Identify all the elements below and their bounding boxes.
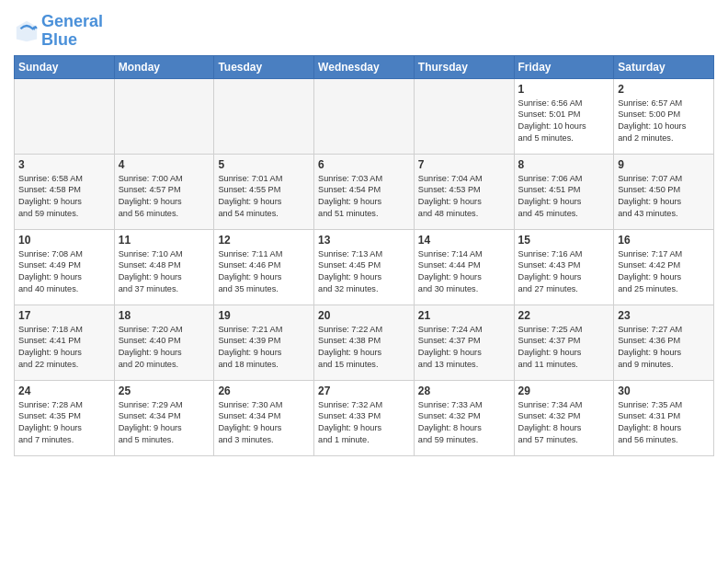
calendar-week-row: 24Sunrise: 7:28 AMSunset: 4:35 PMDayligh… xyxy=(15,380,714,455)
calendar-cell: 20Sunrise: 7:22 AMSunset: 4:38 PMDayligh… xyxy=(314,304,415,380)
day-info: Sunrise: 7:03 AMSunset: 4:54 PMDaylight:… xyxy=(318,173,410,221)
day-info: Sunrise: 7:20 AMSunset: 4:40 PMDaylight:… xyxy=(119,324,210,372)
weekday-header: Thursday xyxy=(414,55,514,78)
calendar-cell: 13Sunrise: 7:13 AMSunset: 4:45 PMDayligh… xyxy=(314,229,415,304)
weekday-header: Wednesday xyxy=(314,55,415,78)
calendar-cell: 11Sunrise: 7:10 AMSunset: 4:48 PMDayligh… xyxy=(114,229,214,304)
weekday-header: Saturday xyxy=(614,55,714,78)
day-number: 29 xyxy=(518,385,610,397)
calendar-cell: 27Sunrise: 7:32 AMSunset: 4:33 PMDayligh… xyxy=(314,380,415,455)
calendar-cell xyxy=(214,78,314,154)
day-number: 16 xyxy=(618,234,710,247)
day-number: 15 xyxy=(518,234,610,247)
calendar-cell: 28Sunrise: 7:33 AMSunset: 4:32 PMDayligh… xyxy=(414,380,514,455)
calendar-cell: 3Sunrise: 6:58 AMSunset: 4:58 PMDaylight… xyxy=(15,154,115,229)
day-info: Sunrise: 7:32 AMSunset: 4:33 PMDaylight:… xyxy=(318,399,410,447)
day-info: Sunrise: 7:06 AMSunset: 4:51 PMDaylight:… xyxy=(518,173,610,221)
day-info: Sunrise: 7:33 AMSunset: 4:32 PMDaylight:… xyxy=(418,399,510,447)
calendar-cell: 5Sunrise: 7:01 AMSunset: 4:55 PMDaylight… xyxy=(214,154,314,229)
calendar-cell: 21Sunrise: 7:24 AMSunset: 4:37 PMDayligh… xyxy=(414,304,514,380)
calendar-cell: 18Sunrise: 7:20 AMSunset: 4:40 PMDayligh… xyxy=(114,304,214,380)
day-info: Sunrise: 7:28 AMSunset: 4:35 PMDaylight:… xyxy=(18,399,110,447)
day-number: 26 xyxy=(218,385,310,397)
calendar-week-row: 3Sunrise: 6:58 AMSunset: 4:58 PMDaylight… xyxy=(15,154,714,229)
day-info: Sunrise: 6:58 AMSunset: 4:58 PMDaylight:… xyxy=(18,173,110,221)
calendar-cell: 7Sunrise: 7:04 AMSunset: 4:53 PMDaylight… xyxy=(414,154,514,229)
day-number: 20 xyxy=(318,309,410,322)
calendar-cell: 1Sunrise: 6:56 AMSunset: 5:01 PMDaylight… xyxy=(514,78,614,154)
calendar-cell: 6Sunrise: 7:03 AMSunset: 4:54 PMDaylight… xyxy=(314,154,415,229)
day-info: Sunrise: 7:25 AMSunset: 4:37 PMDaylight:… xyxy=(518,324,610,372)
calendar-cell: 10Sunrise: 7:08 AMSunset: 4:49 PMDayligh… xyxy=(15,229,115,304)
calendar-cell: 15Sunrise: 7:16 AMSunset: 4:43 PMDayligh… xyxy=(514,229,614,304)
page-container: General Blue SundayMondayTuesdayWednesda… xyxy=(0,0,728,465)
calendar-cell: 30Sunrise: 7:35 AMSunset: 4:31 PMDayligh… xyxy=(614,380,714,455)
day-number: 30 xyxy=(618,385,710,397)
day-number: 14 xyxy=(418,234,510,247)
calendar-week-row: 1Sunrise: 6:56 AMSunset: 5:01 PMDaylight… xyxy=(15,78,714,154)
calendar-cell: 4Sunrise: 7:00 AMSunset: 4:57 PMDaylight… xyxy=(114,154,214,229)
day-number: 4 xyxy=(119,158,210,171)
calendar-cell xyxy=(15,78,115,154)
calendar-cell: 8Sunrise: 7:06 AMSunset: 4:51 PMDaylight… xyxy=(514,154,614,229)
weekday-header: Monday xyxy=(114,55,214,78)
calendar-cell: 29Sunrise: 7:34 AMSunset: 4:32 PMDayligh… xyxy=(514,380,614,455)
day-info: Sunrise: 7:13 AMSunset: 4:45 PMDaylight:… xyxy=(318,248,410,296)
calendar-cell: 14Sunrise: 7:14 AMSunset: 4:44 PMDayligh… xyxy=(414,229,514,304)
day-info: Sunrise: 7:04 AMSunset: 4:53 PMDaylight:… xyxy=(418,173,510,221)
day-number: 22 xyxy=(518,309,610,322)
day-info: Sunrise: 7:21 AMSunset: 4:39 PMDaylight:… xyxy=(218,324,310,372)
day-number: 1 xyxy=(518,83,610,96)
header: General Blue xyxy=(14,9,714,50)
calendar-cell: 9Sunrise: 7:07 AMSunset: 4:50 PMDaylight… xyxy=(614,154,714,229)
day-number: 28 xyxy=(418,385,510,397)
day-info: Sunrise: 7:11 AMSunset: 4:46 PMDaylight:… xyxy=(218,248,310,296)
day-info: Sunrise: 7:27 AMSunset: 4:36 PMDaylight:… xyxy=(618,324,710,372)
calendar-header-row: SundayMondayTuesdayWednesdayThursdayFrid… xyxy=(15,55,714,78)
day-info: Sunrise: 7:24 AMSunset: 4:37 PMDaylight:… xyxy=(418,324,510,372)
day-number: 9 xyxy=(618,158,710,171)
day-info: Sunrise: 7:10 AMSunset: 4:48 PMDaylight:… xyxy=(119,248,210,296)
logo: General Blue xyxy=(14,13,103,50)
day-info: Sunrise: 7:16 AMSunset: 4:43 PMDaylight:… xyxy=(518,248,610,296)
logo-icon xyxy=(14,18,40,44)
calendar-cell: 12Sunrise: 7:11 AMSunset: 4:46 PMDayligh… xyxy=(214,229,314,304)
day-info: Sunrise: 7:35 AMSunset: 4:31 PMDaylight:… xyxy=(618,399,710,447)
calendar-cell: 22Sunrise: 7:25 AMSunset: 4:37 PMDayligh… xyxy=(514,304,614,380)
day-number: 17 xyxy=(18,309,110,322)
day-number: 27 xyxy=(318,385,410,397)
calendar-cell: 16Sunrise: 7:17 AMSunset: 4:42 PMDayligh… xyxy=(614,229,714,304)
day-number: 11 xyxy=(119,234,210,247)
calendar-week-row: 17Sunrise: 7:18 AMSunset: 4:41 PMDayligh… xyxy=(15,304,714,380)
day-number: 13 xyxy=(318,234,410,247)
day-number: 12 xyxy=(218,234,310,247)
day-number: 3 xyxy=(18,158,110,171)
calendar-cell: 23Sunrise: 7:27 AMSunset: 4:36 PMDayligh… xyxy=(614,304,714,380)
day-info: Sunrise: 7:01 AMSunset: 4:55 PMDaylight:… xyxy=(218,173,310,221)
calendar-week-row: 10Sunrise: 7:08 AMSunset: 4:49 PMDayligh… xyxy=(15,229,714,304)
day-info: Sunrise: 6:56 AMSunset: 5:01 PMDaylight:… xyxy=(518,98,610,145)
day-number: 7 xyxy=(418,158,510,171)
day-info: Sunrise: 7:30 AMSunset: 4:34 PMDaylight:… xyxy=(218,399,310,447)
day-info: Sunrise: 7:29 AMSunset: 4:34 PMDaylight:… xyxy=(119,399,210,447)
calendar-table: SundayMondayTuesdayWednesdayThursdayFrid… xyxy=(14,55,714,456)
calendar-cell xyxy=(114,78,214,154)
day-number: 18 xyxy=(119,309,210,322)
day-info: Sunrise: 7:00 AMSunset: 4:57 PMDaylight:… xyxy=(119,173,210,221)
day-number: 19 xyxy=(218,309,310,322)
day-number: 24 xyxy=(18,385,110,397)
day-number: 23 xyxy=(618,309,710,322)
svg-marker-0 xyxy=(17,21,37,41)
day-number: 8 xyxy=(518,158,610,171)
weekday-header: Sunday xyxy=(15,55,115,78)
day-number: 2 xyxy=(618,83,710,96)
weekday-header: Tuesday xyxy=(214,55,314,78)
day-number: 25 xyxy=(119,385,210,397)
calendar-cell: 17Sunrise: 7:18 AMSunset: 4:41 PMDayligh… xyxy=(15,304,115,380)
calendar-cell: 2Sunrise: 6:57 AMSunset: 5:00 PMDaylight… xyxy=(614,78,714,154)
day-number: 21 xyxy=(418,309,510,322)
day-info: Sunrise: 7:22 AMSunset: 4:38 PMDaylight:… xyxy=(318,324,410,372)
day-number: 6 xyxy=(318,158,410,171)
logo-text: General Blue xyxy=(41,13,103,50)
day-number: 5 xyxy=(218,158,310,171)
